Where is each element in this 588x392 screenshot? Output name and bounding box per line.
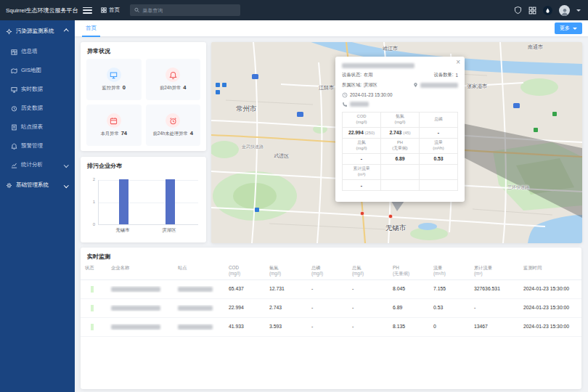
- tab-home[interactable]: 首页: [82, 20, 100, 37]
- total-flow-value: 13467: [470, 324, 519, 330]
- chart-title: 排污企业分布: [81, 157, 206, 173]
- search-input[interactable]: [142, 8, 236, 13]
- bar-wuxi[interactable]: [119, 179, 128, 224]
- user-avatar[interactable]: [559, 5, 570, 16]
- panel-title: 实时监测: [81, 248, 581, 264]
- table-row[interactable]: 41.933 3.593 - - 8.135 0 13467 2024-01-2…: [81, 318, 581, 337]
- map-label-city: 无锡市: [385, 224, 407, 233]
- phone-redacted: [350, 102, 369, 107]
- total-flow-value: 327636.531: [470, 286, 519, 293]
- tab-bar: 首页 更多: [75, 20, 588, 37]
- sidebar-item-gis-map[interactable]: GIS地图: [0, 61, 75, 80]
- menu-search[interactable]: [130, 4, 240, 16]
- sidebar-item-label: 实时数据: [21, 86, 43, 93]
- chevron-down-icon: [64, 183, 68, 187]
- sidebar-item-history-data[interactable]: 历史数据: [0, 99, 75, 118]
- home-icon: [101, 7, 107, 13]
- ph-value: 8.135: [388, 324, 429, 330]
- sidebar-item-statistics[interactable]: 统计分析: [0, 155, 75, 174]
- datetime-value: 2024-01-23 15:30:00: [350, 92, 392, 97]
- map-icon: [11, 68, 17, 74]
- sidebar-item-label: 信息墙: [21, 48, 38, 55]
- hamburger-menu-icon[interactable]: [83, 7, 92, 14]
- stat-tile-monitor-abnormal[interactable]: 监控异常0: [86, 59, 142, 100]
- history-clock-icon: [11, 105, 17, 112]
- sidebar-item-label: GIS地图: [21, 67, 41, 74]
- chevron-down-icon: [573, 28, 577, 30]
- map-label-city: 江阴市: [319, 84, 334, 91]
- monitor-alert-icon: [107, 68, 121, 82]
- table-row[interactable]: 22.994 2.743 - - 6.89 0.53 - 2024-01-23 …: [81, 299, 581, 318]
- breadcrumb[interactable]: 首页: [101, 7, 120, 14]
- sidebar-section-label: 污染源监测系统: [16, 28, 54, 35]
- bar-binhu[interactable]: [166, 179, 175, 224]
- y-tick: 0: [83, 222, 95, 226]
- table-row[interactable]: 65.437 12.731 - - 8.045 7.155 327636.531…: [81, 280, 581, 299]
- station-info-popup: × 设备状态: 在用 设备数量: 1 所属区域: 滨湖区: [335, 57, 465, 202]
- chevron-up-icon: [64, 29, 68, 33]
- field-label: 设备数量:: [434, 72, 454, 78]
- cod-value: 22.994: [224, 305, 265, 311]
- panel-title: 异常状况: [81, 42, 206, 59]
- apps-grid-icon[interactable]: [528, 7, 536, 15]
- abnormal-status-panel: 异常状况 监控异常0 前24h异常4 本月异常74: [81, 42, 206, 151]
- sidebar-section-basic[interactable]: 基础管理系统: [0, 174, 75, 196]
- sidebar-section-label: 基础管理系统: [16, 181, 49, 189]
- flow-value: 0: [429, 324, 470, 330]
- bell-icon: [11, 143, 17, 150]
- sidebar-section-pollution[interactable]: 污染源监测系统: [0, 20, 75, 42]
- water-drop-icon[interactable]: [543, 6, 552, 15]
- close-icon[interactable]: ×: [456, 58, 460, 67]
- company-name-redacted: [111, 324, 160, 330]
- field-label: 设备状态:: [342, 72, 362, 78]
- x-category: 滨湖区: [152, 227, 187, 234]
- location-pin-icon: [413, 82, 418, 88]
- shield-icon[interactable]: [514, 6, 522, 15]
- chart-line-icon: [11, 162, 17, 168]
- sidebar-item-site-report[interactable]: 站点报表: [0, 118, 75, 136]
- sidebar-item-realtime-data[interactable]: 实时数据: [0, 80, 75, 99]
- sidebar-item-alert-management[interactable]: 预警管理: [0, 136, 75, 155]
- gis-map[interactable]: 靖江市 南通市 常州市 江阴市 张家港市 武进区 无锡市 金武快速路 三环快速路…: [211, 42, 582, 243]
- breadcrumb-label: 首页: [109, 7, 120, 14]
- map-label-district: 武进区: [274, 152, 289, 160]
- stat-tile-last24h-unhandled[interactable]: 前24h未处理异常4: [146, 105, 201, 146]
- device-status-value: 在用: [364, 72, 373, 78]
- monitor-time: 2024-01-23 15:30:00: [519, 305, 581, 311]
- field-label: 所属区域:: [342, 82, 362, 89]
- ph-value: 8.045: [388, 286, 429, 293]
- monitor-time: 2024-01-23 15:30:00: [519, 324, 581, 330]
- y-tick: 2: [83, 177, 95, 181]
- tp-value: -: [307, 324, 348, 330]
- search-icon: [134, 7, 139, 13]
- sidebar: 污染源监测系统 信息墙 GIS地图 实时数据 历史数据 站点报表 预警管理: [0, 20, 75, 392]
- app-logo: Squirrel生态环境云服务平台: [0, 7, 77, 15]
- alarm-bell-icon: [166, 68, 180, 82]
- stat-tiles: 监控异常0 前24h异常4 本月异常74 前24h未处理异常4: [81, 59, 206, 146]
- popup-metrics-table: COD(mg/l) 氨氮(mg/l) 总磷 22.994 (250) 2.743…: [342, 112, 458, 191]
- realtime-monitor-panel: 实时监测 状态 企业名称 站点 COD(mg/l) 氨氮(mg/l) 总磷(mg…: [81, 248, 581, 389]
- stat-tile-last24h-abnormal[interactable]: 前24h异常4: [146, 59, 201, 100]
- header-actions: [514, 5, 588, 16]
- tn-value: -: [348, 324, 388, 330]
- more-button-label: 更多: [560, 25, 570, 32]
- nh3n-value: 12.731: [265, 286, 307, 293]
- site-name-redacted: [178, 324, 213, 330]
- tp-value: -: [307, 305, 348, 311]
- stat-tile-month-abnormal[interactable]: 本月异常74: [86, 105, 142, 146]
- more-button[interactable]: 更多: [555, 23, 582, 34]
- ph-value: 6.89: [388, 305, 429, 311]
- sidebar-item-info-wall[interactable]: 信息墙: [0, 42, 75, 61]
- chevron-down-icon[interactable]: [576, 9, 581, 12]
- map-label-city: 常州市: [236, 105, 257, 114]
- map-label-city: 南通市: [528, 44, 543, 51]
- region-value: 滨湖区: [364, 82, 377, 89]
- y-tick: 1: [83, 200, 95, 204]
- company-name-redacted: [342, 63, 415, 68]
- monitor-time: 2024-01-23 15:30:00: [519, 286, 581, 293]
- map-label-road: 金武快速路: [242, 144, 264, 150]
- site-name-redacted: [178, 287, 213, 292]
- nh3n-value: 3.593: [265, 324, 307, 330]
- calendar-icon: [107, 113, 121, 128]
- system-icon: [6, 28, 12, 35]
